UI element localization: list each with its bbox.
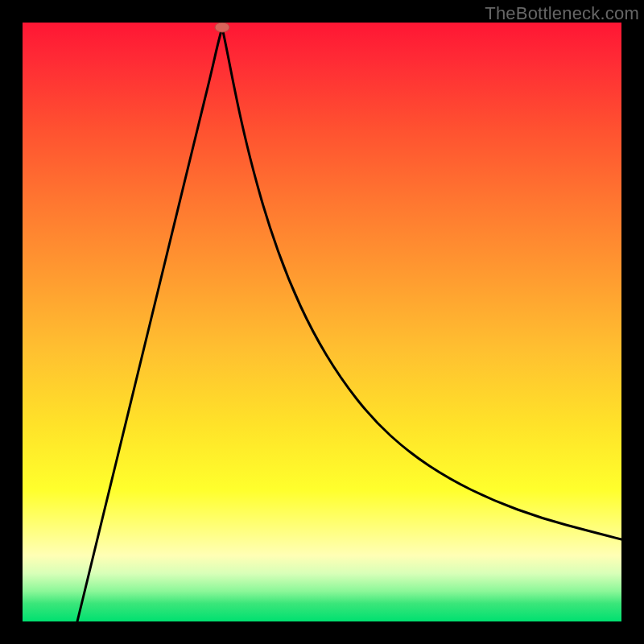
plot-area: [23, 23, 621, 621]
chart-frame: TheBottleneck.com: [0, 0, 644, 644]
watermark-text: TheBottleneck.com: [485, 3, 639, 24]
minimum-marker: [215, 23, 229, 32]
curve-layer: [23, 23, 621, 621]
curve-left-branch: [77, 27, 222, 621]
curve-right-branch: [222, 27, 621, 539]
